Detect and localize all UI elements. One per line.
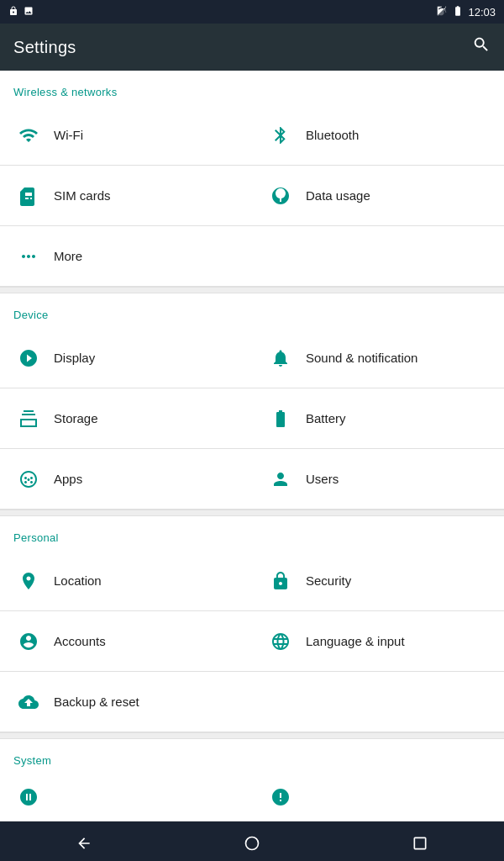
security-label: Security xyxy=(306,573,351,589)
battery-icon xyxy=(265,409,296,429)
wireless-grid: Wi-Fi Bluetooth SIM cards Data usage xyxy=(0,105,504,287)
accounts-icon xyxy=(13,631,44,652)
system-icon-2 xyxy=(265,787,296,807)
home-button[interactable] xyxy=(231,822,273,861)
settings-item-language-input[interactable]: Language & input xyxy=(252,611,504,672)
more-label: More xyxy=(54,248,82,265)
status-bar-left-icons xyxy=(8,5,34,19)
settings-item-more[interactable]: More xyxy=(0,226,504,287)
display-label: Display xyxy=(54,350,95,367)
lock-icon xyxy=(8,5,18,19)
settings-item-display[interactable]: Display xyxy=(0,328,252,388)
language-icon xyxy=(265,631,296,652)
page-title: Settings xyxy=(13,38,76,57)
backup-reset-label: Backup & reset xyxy=(54,694,139,710)
more-icon xyxy=(13,246,44,267)
display-icon xyxy=(13,348,44,368)
recent-apps-button[interactable] xyxy=(399,822,441,861)
data-usage-icon xyxy=(265,186,296,206)
settings-item-battery[interactable]: Battery xyxy=(252,388,504,449)
settings-item-wifi[interactable]: Wi-Fi xyxy=(0,105,252,166)
section-header-personal: Personal xyxy=(0,516,504,551)
sim-cards-label: SIM cards xyxy=(54,188,111,204)
accounts-label: Accounts xyxy=(54,633,106,650)
image-icon xyxy=(24,6,34,18)
sound-notification-label: Sound & notification xyxy=(306,350,417,367)
settings-item-bluetooth[interactable]: Bluetooth xyxy=(252,105,504,166)
settings-item-system-2[interactable] xyxy=(252,774,504,821)
status-bar-right-icons: 12:03 xyxy=(436,5,496,19)
no-signal-icon xyxy=(436,5,448,19)
users-icon xyxy=(265,469,296,489)
apps-icon xyxy=(13,469,44,489)
back-button[interactable] xyxy=(63,822,105,861)
personal-grid: Location Security Accounts Language & in… xyxy=(0,551,504,732)
settings-item-system-1[interactable] xyxy=(0,774,252,821)
divider-wireless-device xyxy=(0,287,504,293)
wifi-icon xyxy=(13,125,44,145)
status-bar: 12:03 xyxy=(0,0,504,24)
section-header-device: Device xyxy=(0,293,504,328)
bluetooth-label: Bluetooth xyxy=(306,127,359,144)
battery-label: Battery xyxy=(306,410,346,427)
settings-item-apps[interactable]: Apps xyxy=(0,449,252,510)
device-grid: Display Sound & notification Storage Bat… xyxy=(0,328,504,510)
sim-icon xyxy=(13,186,44,206)
divider-personal-system xyxy=(0,732,504,739)
search-button[interactable] xyxy=(472,35,491,59)
settings-item-storage[interactable]: Storage xyxy=(0,388,252,449)
storage-icon xyxy=(13,409,44,429)
settings-item-sim-cards[interactable]: SIM cards xyxy=(0,166,252,226)
apps-label: Apps xyxy=(54,471,82,488)
backup-icon xyxy=(13,692,44,712)
system-icon-1 xyxy=(13,787,44,807)
toolbar: Settings xyxy=(0,24,504,71)
users-label: Users xyxy=(306,471,339,488)
location-label: Location xyxy=(54,573,102,589)
language-input-label: Language & input xyxy=(306,633,405,650)
security-icon xyxy=(265,571,296,591)
section-header-wireless: Wireless & networks xyxy=(0,71,504,105)
settings-item-location[interactable]: Location xyxy=(0,551,252,611)
settings-item-sound-notification[interactable]: Sound & notification xyxy=(252,328,504,388)
divider-device-personal xyxy=(0,510,504,516)
svg-rect-1 xyxy=(414,837,425,848)
battery-status-icon xyxy=(452,5,464,19)
bottom-navigation xyxy=(0,821,504,861)
wifi-label: Wi-Fi xyxy=(54,127,83,144)
settings-item-users[interactable]: Users xyxy=(252,449,504,510)
section-header-system: System xyxy=(0,739,504,774)
storage-label: Storage xyxy=(54,410,98,427)
location-icon xyxy=(13,571,44,591)
svg-point-0 xyxy=(246,837,259,850)
bluetooth-icon xyxy=(265,125,296,145)
settings-item-security[interactable]: Security xyxy=(252,551,504,611)
bell-icon xyxy=(265,348,296,368)
settings-item-accounts[interactable]: Accounts xyxy=(0,611,252,672)
settings-item-backup-reset[interactable]: Backup & reset xyxy=(0,672,504,732)
settings-item-data-usage[interactable]: Data usage xyxy=(252,166,504,226)
system-grid xyxy=(0,774,504,821)
settings-content: Wireless & networks Wi-Fi Bluetooth SIM … xyxy=(0,71,504,821)
data-usage-label: Data usage xyxy=(306,188,370,204)
time-display: 12:03 xyxy=(468,6,496,18)
